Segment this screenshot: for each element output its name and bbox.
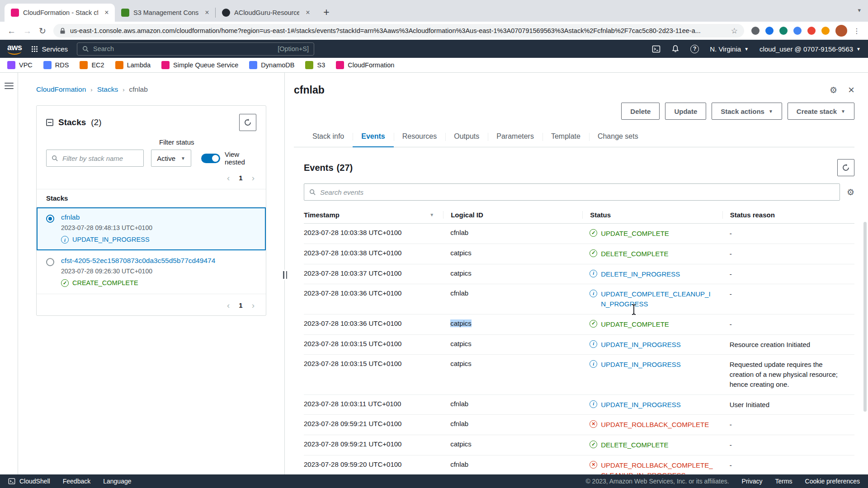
- console-search-input[interactable]: Search [Option+S]: [77, 42, 314, 56]
- extension-icon[interactable]: [807, 27, 816, 35]
- table-preferences-gear-icon[interactable]: ⚙: [847, 188, 854, 197]
- event-timestamp: 2023-07-28 09:59:21 UTC+0100: [304, 420, 443, 427]
- view-nested-toggle[interactable]: [201, 154, 220, 163]
- stack-detail-tab[interactable]: Events: [353, 127, 393, 147]
- column-header-status[interactable]: Status: [582, 211, 722, 219]
- event-status[interactable]: UPDATE_IN_PROGRESS: [582, 360, 722, 370]
- extension-icon[interactable]: [751, 27, 760, 35]
- forward-icon[interactable]: →: [23, 27, 32, 35]
- breadcrumb-stacks[interactable]: Stacks: [97, 85, 118, 94]
- bookmark-star-icon[interactable]: ☆: [731, 26, 738, 36]
- feedback-link[interactable]: Feedback: [63, 478, 90, 485]
- stack-detail-tab[interactable]: Parameters: [488, 127, 542, 147]
- action-button[interactable]: Create stack ▼: [788, 103, 854, 120]
- column-sort-icon[interactable]: ▼: [429, 212, 435, 217]
- column-header-logical-id[interactable]: Logical ID: [443, 211, 582, 219]
- favorites-item[interactable]: Lambda: [115, 61, 151, 69]
- event-status[interactable]: UPDATE_COMPLETE: [582, 229, 722, 239]
- refresh-stacks-button[interactable]: [239, 114, 256, 131]
- stack-radio-button[interactable]: [46, 215, 54, 223]
- language-link[interactable]: Language: [103, 478, 131, 485]
- hamburger-menu-icon[interactable]: [5, 83, 14, 90]
- panel-settings-gear-icon[interactable]: ⚙: [830, 86, 837, 94]
- notifications-bell-icon[interactable]: [671, 45, 679, 53]
- event-status[interactable]: UPDATE_ROLLBACK_COMPLETE_CLEANUP_IN_PROG…: [582, 460, 722, 474]
- back-icon[interactable]: ←: [7, 27, 16, 35]
- stack-radio-button[interactable]: [46, 258, 54, 266]
- stack-detail-tab[interactable]: Change sets: [589, 127, 647, 147]
- events-search-input[interactable]: Search events: [304, 183, 840, 201]
- cloudshell-button[interactable]: CloudShell: [8, 478, 50, 485]
- close-tab-icon[interactable]: ×: [303, 8, 312, 17]
- status-filter-select[interactable]: Active ▼: [151, 150, 191, 167]
- close-tab-icon[interactable]: ×: [203, 8, 212, 17]
- scrollbar-thumb[interactable]: [863, 222, 867, 412]
- new-tab-button[interactable]: +: [319, 5, 334, 20]
- browser-tab-github[interactable]: ACloudGuru-Resources/Cours... ×: [216, 4, 316, 22]
- favorites-item[interactable]: CloudFormation: [336, 61, 394, 69]
- stack-name-link[interactable]: cfnlab: [61, 213, 80, 221]
- extension-icon[interactable]: [821, 27, 830, 35]
- help-icon[interactable]: ?: [690, 45, 699, 53]
- favorites-item[interactable]: EC2: [80, 61, 104, 69]
- page-number[interactable]: 1: [239, 174, 242, 181]
- event-status[interactable]: UPDATE_COMPLETE: [582, 319, 722, 329]
- extension-icon[interactable]: [779, 27, 788, 35]
- aws-logo[interactable]: aws: [7, 43, 22, 55]
- extension-icon[interactable]: [765, 27, 774, 35]
- action-button[interactable]: Stack actions ▼: [712, 103, 782, 120]
- favorites-item[interactable]: DynamoDB: [249, 61, 294, 69]
- favorites-item[interactable]: VPC: [7, 61, 33, 69]
- stack-filter-input[interactable]: Filter by stack name: [46, 150, 144, 167]
- url-text[interactable]: us-east-1.console.aws.amazon.com/cloudfo…: [70, 27, 726, 34]
- event-status[interactable]: UPDATE_ROLLBACK_COMPLETE: [582, 420, 722, 430]
- address-bar[interactable]: us-east-1.console.aws.amazon.com/cloudfo…: [53, 24, 744, 38]
- event-status[interactable]: DELETE_IN_PROGRESS: [582, 269, 722, 279]
- column-header-status-reason[interactable]: Status reason: [722, 211, 854, 219]
- prev-page-icon[interactable]: ‹: [227, 301, 230, 310]
- services-menu[interactable]: Services: [31, 45, 68, 53]
- collapse-section-icon[interactable]: [46, 119, 53, 126]
- action-button[interactable]: Delete ▼: [621, 103, 660, 120]
- next-page-icon[interactable]: ›: [252, 301, 255, 310]
- extension-icon[interactable]: [793, 27, 802, 35]
- action-button[interactable]: Update ▼: [665, 103, 706, 120]
- prev-page-icon[interactable]: ‹: [227, 174, 230, 182]
- favorites-item[interactable]: S3: [305, 61, 325, 69]
- region-selector[interactable]: N. Virginia ▼: [710, 45, 749, 53]
- reload-icon[interactable]: ↻: [39, 27, 46, 35]
- next-page-icon[interactable]: ›: [252, 174, 255, 182]
- favorites-item[interactable]: Simple Queue Service: [161, 61, 238, 69]
- secure-lock-icon: [60, 28, 66, 34]
- stack-list-item[interactable]: cfnlab 2023-07-28 09:48:13 UTC+0100 UPDA…: [37, 207, 266, 251]
- stack-detail-tab[interactable]: Template: [542, 127, 589, 147]
- stack-detail-tab[interactable]: Outputs: [445, 127, 488, 147]
- account-menu[interactable]: cloud_user @ 0707-9156-9563 ▼: [760, 45, 861, 53]
- event-status[interactable]: UPDATE_IN_PROGRESS: [582, 400, 722, 410]
- page-number[interactable]: 1: [239, 302, 242, 309]
- tab-search-chevron-icon[interactable]: ▾: [858, 7, 861, 14]
- browser-menu-icon[interactable]: ⋮: [853, 27, 861, 35]
- profile-avatar[interactable]: [835, 25, 847, 37]
- cloudshell-icon[interactable]: [652, 45, 660, 53]
- event-status[interactable]: DELETE_COMPLETE: [582, 440, 722, 450]
- footer-link[interactable]: Privacy: [742, 478, 763, 485]
- column-header-timestamp[interactable]: Timestamp ▼: [304, 211, 443, 219]
- footer-link[interactable]: Cookie preferences: [805, 478, 860, 485]
- close-tab-icon[interactable]: ×: [102, 8, 111, 17]
- action-button-label: Delete: [630, 108, 651, 115]
- stack-detail-tab[interactable]: Stack info: [304, 127, 353, 147]
- event-status[interactable]: UPDATE_IN_PROGRESS: [582, 340, 722, 350]
- refresh-events-button[interactable]: [837, 159, 854, 176]
- event-status[interactable]: DELETE_COMPLETE: [582, 249, 722, 259]
- favorites-item[interactable]: RDS: [43, 61, 69, 69]
- browser-tab-s3[interactable]: S3 Management Console ×: [115, 4, 215, 22]
- panel-close-icon[interactable]: ×: [848, 84, 854, 96]
- event-status[interactable]: UPDATE_COMPLETE_CLEANUP_IN_PROGRESS: [582, 289, 722, 309]
- stack-list-item[interactable]: cfst-4205-52ec15870873c0da3c55d5b77cd494…: [37, 251, 266, 294]
- browser-tab-cloudformation[interactable]: CloudFormation - Stack cfnlab ×: [5, 4, 115, 22]
- stack-detail-tab[interactable]: Resources: [394, 127, 445, 147]
- stack-name-link[interactable]: cfst-4205-52ec15870873c0da3c55d5b77cd494…: [61, 257, 215, 264]
- footer-link[interactable]: Terms: [775, 478, 792, 485]
- breadcrumb-cloudformation[interactable]: CloudFormation: [36, 85, 86, 94]
